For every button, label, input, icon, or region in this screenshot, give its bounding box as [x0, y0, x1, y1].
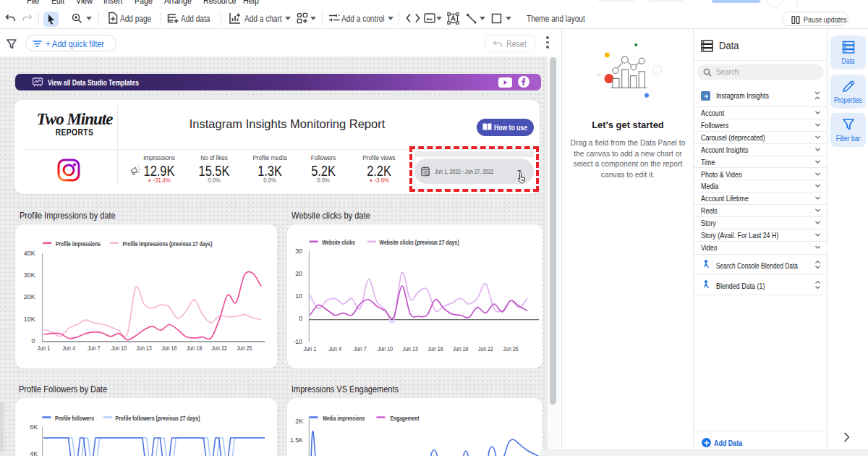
svg-text:Jun 16: Jun 16: [161, 345, 176, 352]
svg-text:Jun 22: Jun 22: [212, 345, 227, 352]
svg-text:Jun 4: Jun 4: [62, 345, 75, 352]
svg-text:Jun 4: Jun 4: [328, 345, 341, 352]
svg-text:Jun 25: Jun 25: [237, 345, 252, 352]
svg-text:4K: 4K: [30, 450, 38, 456]
svg-text:Jun 13: Jun 13: [403, 345, 418, 352]
svg-text:6K: 6K: [30, 423, 38, 431]
svg-text:10K: 10K: [24, 316, 35, 323]
svg-text:Jun 1: Jun 1: [38, 345, 51, 352]
svg-text:Website clicks: Website clicks: [322, 239, 355, 246]
svg-text:Profile followers: Profile followers: [55, 415, 94, 422]
svg-text:Profile impressions (previous: Profile impressions (previous 27 days): [122, 240, 212, 248]
svg-text:20K: 20K: [24, 293, 35, 300]
svg-text:Media impressions: Media impressions: [323, 415, 365, 422]
svg-text:Jun 7: Jun 7: [88, 345, 101, 352]
svg-text:20: 20: [295, 270, 302, 277]
svg-text:30: 30: [295, 248, 302, 255]
svg-text:Jun 1: Jun 1: [304, 345, 317, 352]
svg-text:Jun 10: Jun 10: [378, 345, 393, 352]
svg-text:Jun 19: Jun 19: [187, 345, 202, 352]
svg-text:Profile impressions: Profile impressions: [56, 240, 101, 248]
svg-text:40K: 40K: [24, 250, 35, 257]
svg-text:Jun 25: Jun 25: [503, 345, 518, 352]
svg-text:Jun 13: Jun 13: [136, 345, 151, 352]
svg-text:Profile followers (previous 27: Profile followers (previous 27 days): [116, 415, 200, 422]
svg-text:Jun 16: Jun 16: [427, 345, 443, 352]
svg-text:Jun 22: Jun 22: [478, 345, 493, 352]
svg-text:1.5K: 1.5K: [290, 436, 303, 444]
svg-text:-10: -10: [293, 338, 302, 345]
svg-text:0: 0: [32, 337, 35, 345]
svg-text:Engagement: Engagement: [391, 415, 420, 422]
svg-text:0: 0: [299, 315, 302, 322]
svg-text:Jun 10: Jun 10: [111, 345, 127, 352]
svg-text:Jun 19: Jun 19: [453, 345, 468, 352]
svg-text:10: 10: [295, 292, 302, 300]
svg-text:30K: 30K: [24, 271, 35, 279]
svg-text:Jun 7: Jun 7: [354, 345, 367, 352]
svg-text:2K: 2K: [295, 418, 303, 425]
svg-text:Website clicks (previous 27 da: Website clicks (previous 27 days): [380, 239, 459, 246]
